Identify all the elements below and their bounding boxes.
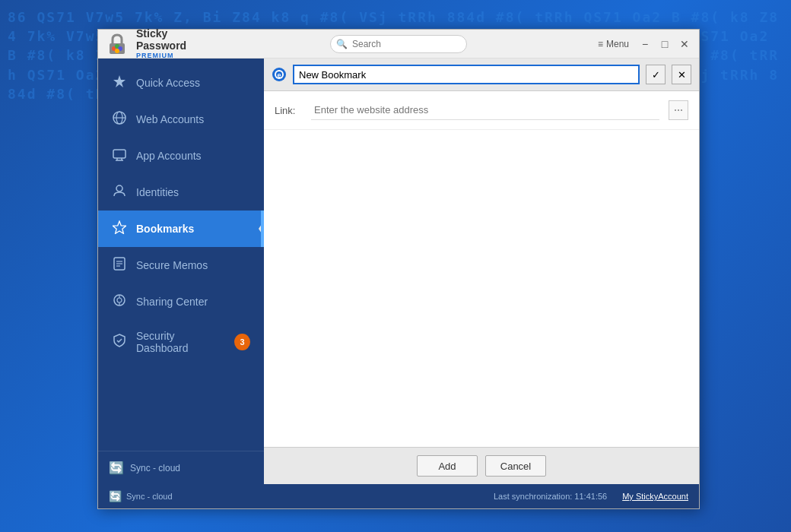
svg-point-20 xyxy=(117,298,122,302)
sidebar-item-security-dashboard[interactable]: Security Dashboard 3 xyxy=(98,320,264,364)
minimize-button[interactable]: − xyxy=(637,36,653,52)
sidebar-label-quick-access: Quick Access xyxy=(136,77,200,89)
title-bar-right: ≡ Menu − □ ✕ xyxy=(546,36,694,52)
sidebar-item-web-accounts[interactable]: Web Accounts xyxy=(98,101,264,138)
link-browse-icon: ⋯ xyxy=(674,105,683,116)
sync-status: 🔄 Sync - cloud xyxy=(109,490,173,502)
content-empty-area xyxy=(264,130,699,447)
right-panel: e ✓ ✕ Link: ⋯ xyxy=(264,59,699,484)
security-dashboard-icon xyxy=(112,334,127,350)
svg-text:e: e xyxy=(277,71,281,79)
logo-area: Sticky Password PREMIUM xyxy=(104,28,252,59)
app-title-text: Sticky Password PREMIUM xyxy=(136,28,186,59)
title-bar: Sticky Password PREMIUM 🔍 ≡ Menu − □ ✕ xyxy=(98,30,699,59)
sidebar-label-identities: Identities xyxy=(136,186,179,198)
sidebar-item-sharing-center[interactable]: Sharing Center xyxy=(98,283,264,320)
link-row: Link: ⋯ xyxy=(264,91,699,130)
svg-marker-5 xyxy=(113,75,125,87)
last-sync-label: Last synchronization: 11:41:56 xyxy=(494,492,607,501)
browser-icon: e xyxy=(272,67,287,82)
sidebar-label-sharing-center: Sharing Center xyxy=(136,296,208,308)
my-sticky-account-link[interactable]: My StickyAccount xyxy=(622,492,688,501)
search-wrap: 🔍 xyxy=(330,35,467,53)
svg-point-4 xyxy=(115,49,119,53)
bottom-bar: Add Cancel xyxy=(264,447,699,484)
svg-point-13 xyxy=(116,185,122,192)
svg-marker-14 xyxy=(113,221,126,233)
app-window: Sticky Password PREMIUM 🔍 ≡ Menu − □ ✕ xyxy=(97,29,700,509)
hamburger-icon: ≡ xyxy=(598,39,603,49)
sync-label: Sync - cloud xyxy=(130,463,180,473)
security-badge: 3 xyxy=(234,334,250,350)
secure-memos-icon xyxy=(112,257,127,274)
link-input[interactable] xyxy=(311,100,659,120)
main-content: Quick Access Web Accounts xyxy=(98,59,699,484)
app-accounts-icon xyxy=(112,147,127,164)
status-bar: 🔄 Sync - cloud Last synchronization: 11:… xyxy=(98,484,699,508)
sidebar-label-security-dashboard: Security Dashboard xyxy=(136,330,225,354)
sidebar-nav: Quick Access Web Accounts xyxy=(98,59,264,451)
title-password: Password xyxy=(136,40,186,52)
sidebar-item-app-accounts[interactable]: App Accounts xyxy=(98,138,264,174)
sidebar: Quick Access Web Accounts xyxy=(98,59,264,484)
sidebar-footer: 🔄 Sync - cloud xyxy=(98,451,264,484)
app-logo xyxy=(104,31,130,57)
close-button[interactable]: ✕ xyxy=(676,36,693,52)
sharing-center-icon xyxy=(112,293,127,310)
menu-label: Menu xyxy=(606,39,629,49)
add-button[interactable]: Add xyxy=(417,455,478,477)
web-accounts-icon xyxy=(112,111,127,128)
cancel-button[interactable]: Cancel xyxy=(485,455,546,477)
bookmark-name-row: e ✓ ✕ xyxy=(264,59,699,91)
bookmarks-icon xyxy=(112,220,127,237)
title-sticky: Sticky xyxy=(136,28,186,40)
confirm-name-button[interactable]: ✓ xyxy=(646,65,666,84)
sync-icon: 🔄 xyxy=(109,461,124,475)
sidebar-label-secure-memos: Secure Memos xyxy=(136,259,208,271)
svg-rect-9 xyxy=(113,150,125,158)
cancel-name-button[interactable]: ✕ xyxy=(672,65,691,84)
form-area: e ✓ ✕ Link: ⋯ xyxy=(264,59,699,484)
identities-icon xyxy=(112,184,127,201)
bookmark-name-input[interactable] xyxy=(293,65,640,84)
maximize-button[interactable]: □ xyxy=(656,36,673,52)
sidebar-item-quick-access[interactable]: Quick Access xyxy=(98,65,264,101)
link-label: Link: xyxy=(275,105,302,116)
sync-status-label: Sync - cloud xyxy=(126,492,173,501)
quick-access-icon xyxy=(112,74,127,91)
sidebar-label-bookmarks: Bookmarks xyxy=(136,223,194,235)
sidebar-item-secure-memos[interactable]: Secure Memos xyxy=(98,247,264,283)
menu-button[interactable]: ≡ Menu xyxy=(593,37,634,51)
sidebar-item-bookmarks[interactable]: Bookmarks xyxy=(98,211,264,247)
search-input[interactable] xyxy=(330,35,467,53)
link-browse-button[interactable]: ⋯ xyxy=(669,100,688,120)
search-icon: 🔍 xyxy=(336,39,348,49)
title-bar-center: 🔍 xyxy=(252,35,546,53)
sidebar-label-web-accounts: Web Accounts xyxy=(136,113,204,125)
sidebar-item-identities[interactable]: Identities xyxy=(98,174,264,211)
status-sync-icon: 🔄 xyxy=(109,490,122,502)
sidebar-label-app-accounts: App Accounts xyxy=(136,150,202,162)
